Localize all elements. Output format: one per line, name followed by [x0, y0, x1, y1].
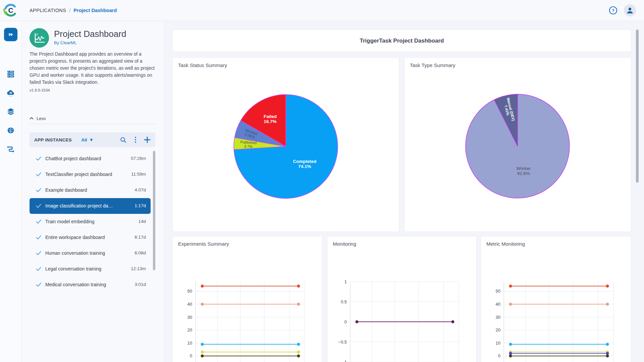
app-version: v1.9.0-1534	[30, 88, 50, 92]
instance-elapsed-time: 12:13m	[131, 266, 146, 271]
instance-name: ChatBot project dashboard	[45, 156, 101, 161]
svg-text:10: 10	[187, 341, 192, 346]
collapse-toggle[interactable]: Less	[30, 115, 46, 121]
sidebar-item-applications[interactable]	[4, 28, 17, 41]
app-instance-row[interactable]: Medical conversation training3:01d	[30, 277, 151, 293]
main-scrollbar[interactable]	[636, 29, 639, 183]
app-instance-row[interactable]: ChatBot project dashboard07:28m	[30, 151, 151, 167]
svg-text:−0.5: −0.5	[338, 340, 347, 345]
main-content: TriggerTask Project Dashboard Task Statu…	[164, 21, 644, 362]
svg-text:0: 0	[190, 353, 192, 358]
nav-rail	[0, 21, 22, 362]
app-instance-row[interactable]: Legal conversation training12:13m	[30, 261, 151, 277]
svg-text:20: 20	[496, 327, 500, 333]
chevron-up-icon	[30, 117, 34, 120]
breadcrumb-applications[interactable]: APPLICATIONS	[30, 8, 66, 13]
workers-queues-icon[interactable]	[6, 70, 15, 78]
app-instance-row[interactable]: Example dashboard4:07d	[30, 182, 151, 198]
top-bar: C APPLICATIONS / Project Dashboard ?	[0, 0, 644, 21]
instance-name: Legal conversation training	[45, 266, 101, 272]
instances-scrollbar[interactable]	[153, 151, 155, 270]
instances-filter-dropdown[interactable]: All ▼	[81, 137, 94, 142]
instance-elapsed-time: 14d	[138, 219, 146, 224]
instance-elapsed-time: 4:07d	[135, 187, 146, 192]
check-icon	[36, 187, 42, 193]
app-instance-row[interactable]: Train model embedding14d	[30, 214, 151, 230]
instance-name: Example dashboard	[45, 187, 87, 193]
check-icon	[36, 171, 42, 177]
app-description: The Project Dashboard app provides an ov…	[30, 51, 157, 86]
svg-text:−1: −1	[342, 360, 347, 362]
filter-value: All	[81, 137, 87, 142]
svg-text:20: 20	[187, 327, 192, 333]
check-icon	[36, 203, 42, 209]
help-icon: ?	[608, 6, 618, 15]
instance-name: Human conversation training	[45, 250, 105, 256]
svg-text:30: 30	[187, 315, 192, 320]
svg-text:0: 0	[344, 319, 347, 324]
svg-text:0.5: 0.5	[341, 299, 347, 304]
caret-down-icon: ▼	[89, 137, 93, 142]
task-status-pie-chart: Completed74.1%Published3.7%Aborted5.56%F…	[173, 58, 399, 232]
add-instance-button[interactable]	[144, 136, 151, 143]
check-icon	[36, 266, 42, 272]
app-byline-link[interactable]: By ClearML	[54, 40, 126, 45]
svg-text:40: 40	[496, 302, 500, 307]
breadcrumb-separator: /	[69, 8, 70, 13]
app-instance-row[interactable]: Entire workspace dashboard6:17d	[30, 230, 151, 245]
pipelines-icon[interactable]	[6, 145, 15, 154]
check-icon	[36, 250, 42, 256]
dashboard-banner: TriggerTask Project Dashboard	[172, 29, 631, 52]
breadcrumb-current-page: Project Dashboard	[73, 8, 117, 13]
user-avatar[interactable]	[624, 4, 636, 16]
cloud-autoscaler-icon[interactable]	[6, 88, 15, 97]
check-icon	[36, 219, 42, 225]
task-type-pie-chart: Worker92.6%Manual (DEV)7.41%	[405, 58, 631, 232]
app-instances-list: ChatBot project dashboard07:28mTextClass…	[30, 151, 155, 362]
svg-text:10: 10	[496, 341, 500, 346]
app-instances-toolbar: APP INSTANCES All ▼	[30, 132, 155, 147]
clearml-project-dashboard-page: { "topbar": { "breadcrumb_root": "APPLIC…	[0, 0, 644, 362]
kebab-menu-icon	[135, 136, 137, 143]
svg-text:50: 50	[496, 289, 500, 294]
monitoring-card: Monitoring 10.50−0.5−1	[327, 236, 477, 362]
applications-icon	[7, 31, 15, 39]
instance-elapsed-time: 11:59m	[131, 172, 146, 177]
app-instances-header: APP INSTANCES	[34, 137, 72, 142]
svg-text:30: 30	[496, 315, 500, 320]
models-icon[interactable]	[6, 126, 15, 135]
instance-elapsed-time: 07:28m	[131, 156, 146, 161]
search-button[interactable]	[120, 137, 126, 143]
breadcrumb: APPLICATIONS / Project Dashboard	[30, 0, 117, 21]
instance-elapsed-time: 1:17d	[135, 203, 146, 208]
svg-text:Failed16.7%: Failed16.7%	[264, 114, 277, 124]
check-icon	[36, 234, 42, 240]
datasets-icon[interactable]	[6, 107, 15, 116]
monitoring-line-chart: 10.50−0.5−1	[327, 236, 476, 362]
task-type-summary-card: Task Type Summary Worker92.6%Manual (DEV…	[404, 57, 631, 232]
plus-icon	[144, 136, 151, 143]
svg-text:C: C	[8, 6, 13, 14]
instance-elapsed-time: 3:01d	[135, 282, 146, 287]
collapse-label: Less	[37, 116, 46, 121]
app-instance-row[interactable]: Image classification project da…1:17d	[30, 198, 151, 214]
svg-text:50: 50	[187, 289, 192, 294]
app-header: Project Dashboard By ClearML	[30, 28, 126, 48]
help-button[interactable]: ?	[608, 6, 618, 15]
divider	[30, 124, 155, 124]
instance-name: Medical conversation training	[45, 282, 106, 287]
instances-menu-button[interactable]	[135, 136, 137, 143]
app-instance-row[interactable]: TextClassifier project dashboard11:59m	[30, 167, 151, 182]
user-icon	[626, 7, 634, 14]
page-title: Project Dashboard	[54, 29, 126, 39]
dashboard-title: TriggerTask Project Dashboard	[173, 30, 631, 52]
task-status-summary-card: Task Status Summary Completed74.1%Publis…	[172, 57, 399, 232]
clearml-logo[interactable]: C	[3, 3, 18, 18]
instance-elapsed-time: 6:08d	[135, 250, 146, 255]
experiments-summary-line-chart: 01020304050	[173, 236, 322, 362]
metric-monitoring-card: Metric Monitoring 01020304050	[481, 236, 631, 362]
check-icon	[36, 156, 42, 162]
instance-name: Train model embedding	[45, 219, 95, 224]
svg-text:Worker92.6%: Worker92.6%	[516, 166, 531, 176]
app-instance-row[interactable]: Human conversation training6:08d	[30, 245, 151, 261]
